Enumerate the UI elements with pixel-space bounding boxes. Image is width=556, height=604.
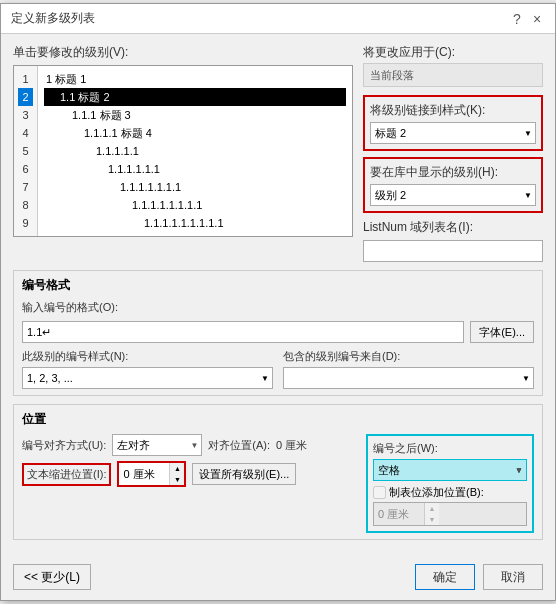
levels-label: 单击要修改的级别(V):	[13, 44, 353, 61]
preview-row-4: 1.1.1.1 标题 4	[44, 124, 346, 142]
indent-label: 文本缩进位置(I):	[22, 463, 111, 486]
ok-cancel-buttons: 确定 取消	[415, 564, 543, 590]
level-list: 1 2 3 4 5 6 7 8 9 1 标题 1	[13, 65, 353, 237]
dialog-title: 定义新多级列表	[11, 10, 95, 27]
include-select-wrap: 级别 1 级别 2 ▼	[283, 367, 534, 389]
listnum-input[interactable]	[363, 240, 543, 262]
dialog-content: 单击要修改的级别(V): 1 2 3 4 5 6 7 8 9	[1, 34, 555, 558]
align-pos-label: 对齐位置(A):	[208, 438, 270, 453]
title-bar: 定义新多级列表 ? ×	[1, 4, 555, 34]
left-panel: 单击要修改的级别(V): 1 2 3 4 5 6 7 8 9	[13, 44, 353, 262]
link-style-label: 将级别链接到样式(K):	[370, 102, 536, 119]
align-row: 编号对齐方式(U): 左对齐 居中 右对齐 对齐位置(A): 0 厘米	[22, 434, 356, 456]
position-section: 位置 编号对齐方式(U): 左对齐 居中 右对齐 对齐位置(A):	[13, 404, 543, 540]
two-col-position: 编号对齐方式(U): 左对齐 居中 右对齐 对齐位置(A): 0 厘米	[22, 434, 534, 533]
after-num-select[interactable]: 空格 制表符 无	[373, 459, 527, 481]
close-button[interactable]: ×	[529, 11, 545, 27]
style-label: 此级别的编号样式(N):	[22, 349, 273, 364]
indent-spinner: ▲ ▼	[169, 463, 184, 485]
tab-add-checkbox[interactable]	[373, 486, 386, 499]
format-section-title: 编号格式	[22, 277, 534, 294]
align-pos-value: 0 厘米	[276, 438, 307, 453]
preview-row-7: 1.1.1.1.1.1.1	[44, 178, 346, 196]
preview-row-6: 1.1.1.1.1.1	[44, 160, 346, 178]
font-button[interactable]: 字体(E)...	[470, 321, 534, 343]
include-select[interactable]: 级别 1 级别 2	[283, 367, 534, 389]
level-num-8[interactable]: 8	[18, 196, 33, 214]
cancel-button[interactable]: 取消	[483, 564, 543, 590]
format-input-label: 输入编号的格式(O):	[22, 300, 118, 315]
format-sub-row: 此级别的编号样式(N): 1, 2, 3, ... 一, 二, 三, ... A…	[22, 349, 534, 389]
define-multilevel-list-dialog: 定义新多级列表 ? × 单击要修改的级别(V): 1 2 3 4 5 6	[0, 3, 556, 601]
align-select-wrap: 左对齐 居中 右对齐	[112, 434, 202, 456]
indent-input-wrap: ▲ ▼	[117, 461, 186, 487]
level-numbers: 1 2 3 4 5 6 7 8 9	[14, 66, 38, 236]
pos-left-col: 编号对齐方式(U): 左对齐 居中 右对齐 对齐位置(A): 0 厘米	[22, 434, 356, 533]
apply-to-label: 将更改应用于(C):	[363, 44, 543, 61]
indent-spin-up[interactable]: ▲	[170, 463, 184, 474]
show-level-select-wrap: 级别 1 级别 2 级别 3 ▼	[370, 184, 536, 206]
level-preview: 1 标题 1 1.1 标题 2 1.1.1 标题 3 1.1.1.1 标题 4	[38, 66, 352, 236]
level-num-9[interactable]: 9	[18, 214, 33, 232]
right-panel: 将更改应用于(C): 当前段落 将级别链接到样式(K): 标题 1 标题 2 标…	[363, 44, 543, 262]
indent-spin-down[interactable]: ▼	[170, 474, 184, 485]
tab-add-input	[374, 503, 424, 525]
align-select[interactable]: 左对齐 居中 右对齐	[112, 434, 202, 456]
pos-right-col: 编号之后(W): 空格 制表符 无 ▼ 制表位添加位置(B):	[366, 434, 534, 533]
link-style-section: 将级别链接到样式(K): 标题 1 标题 2 标题 3 ▼	[363, 95, 543, 151]
more-button[interactable]: << 更少(L)	[13, 564, 91, 590]
all-levels-button[interactable]: 设置所有级别(E)...	[192, 463, 296, 485]
indent-input[interactable]	[119, 463, 169, 485]
preview-row-3: 1.1.1 标题 3	[44, 106, 346, 124]
format-section: 编号格式 输入编号的格式(O): 字体(E)... 此级别的编号样式(N): 1…	[13, 270, 543, 396]
show-level-select[interactable]: 级别 1 级别 2 级别 3	[370, 184, 536, 206]
level-num-3[interactable]: 3	[18, 106, 33, 124]
include-col: 包含的级别编号来自(D): 级别 1 级别 2 ▼	[283, 349, 534, 389]
ok-button[interactable]: 确定	[415, 564, 475, 590]
level-num-2[interactable]: 2	[18, 88, 33, 106]
indent-row: 文本缩进位置(I): ▲ ▼ 设置所有级别(E)...	[22, 461, 356, 487]
level-num-4[interactable]: 4	[18, 124, 33, 142]
tab-spin-down: ▼	[425, 514, 439, 525]
format-value-row: 字体(E)...	[22, 321, 534, 343]
listnum-label: ListNum 域列表名(I):	[363, 219, 543, 236]
align-label: 编号对齐方式(U):	[22, 438, 106, 453]
tab-add-section: 制表位添加位置(B): ▲ ▼	[373, 485, 527, 526]
style-select-wrap: 1, 2, 3, ... 一, 二, 三, ... A, B, C, ... ▼	[22, 367, 273, 389]
tab-add-label: 制表位添加位置(B):	[389, 485, 484, 500]
preview-row-8: 1.1.1.1.1.1.1.1	[44, 196, 346, 214]
after-num-label: 编号之后(W):	[373, 441, 527, 456]
position-section-title: 位置	[22, 411, 534, 428]
include-label: 包含的级别编号来自(D):	[283, 349, 534, 364]
tab-spin-up: ▲	[425, 503, 439, 514]
tab-add-checkbox-row: 制表位添加位置(B):	[373, 485, 527, 500]
top-section: 单击要修改的级别(V): 1 2 3 4 5 6 7 8 9	[13, 44, 543, 262]
show-level-label: 要在库中显示的级别(H):	[370, 164, 536, 181]
style-select[interactable]: 1, 2, 3, ... 一, 二, 三, ... A, B, C, ...	[22, 367, 273, 389]
preview-row-2: 1.1 标题 2	[44, 88, 346, 106]
level-num-1[interactable]: 1	[18, 70, 33, 88]
show-level-section: 要在库中显示的级别(H): 级别 1 级别 2 级别 3 ▼	[363, 157, 543, 213]
bottom-bar: << 更少(L) 确定 取消	[1, 558, 555, 600]
link-style-select[interactable]: 标题 1 标题 2 标题 3	[370, 122, 536, 144]
preview-row-5: 1.1.1.1.1	[44, 142, 346, 160]
tab-add-input-wrap: ▲ ▼	[373, 502, 527, 526]
style-col: 此级别的编号样式(N): 1, 2, 3, ... 一, 二, 三, ... A…	[22, 349, 273, 389]
link-style-select-wrap: 标题 1 标题 2 标题 3 ▼	[370, 122, 536, 144]
level-num-5[interactable]: 5	[18, 142, 33, 160]
level-num-6[interactable]: 6	[18, 160, 33, 178]
format-input-row: 输入编号的格式(O):	[22, 300, 534, 315]
level-num-7[interactable]: 7	[18, 178, 33, 196]
tab-add-spinner: ▲ ▼	[424, 503, 439, 525]
format-input[interactable]	[22, 321, 464, 343]
title-actions: ? ×	[509, 11, 545, 27]
help-button[interactable]: ?	[509, 11, 525, 27]
apply-to-box: 当前段落	[363, 63, 543, 87]
preview-row-9: 1.1.1.1.1.1.1.1.1	[44, 214, 346, 232]
preview-row-1: 1 标题 1	[44, 70, 346, 88]
after-num-select-wrap: 空格 制表符 无 ▼	[373, 459, 527, 481]
